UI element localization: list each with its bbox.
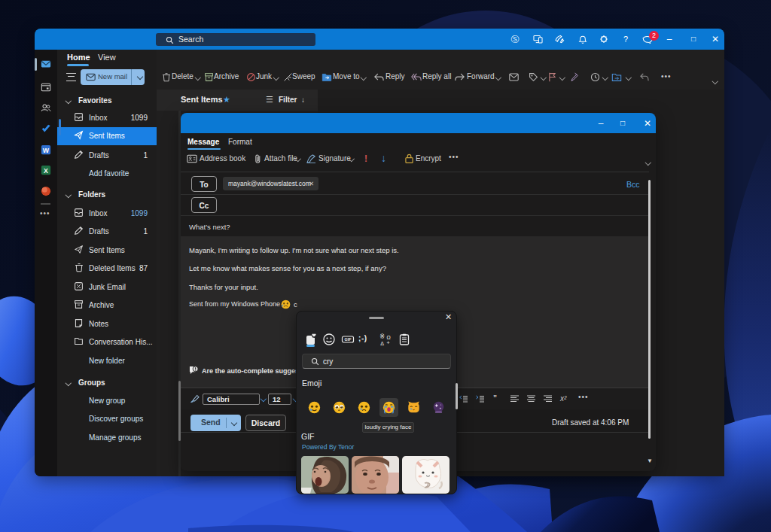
svg-text:+: + — [386, 340, 389, 345]
svg-text:X: X — [44, 167, 48, 175]
svg-text:Ω: Ω — [386, 335, 390, 340]
svg-text:Δ: Δ — [380, 341, 384, 346]
svg-text:W: W — [43, 147, 50, 154]
svg-text:※: ※ — [379, 333, 385, 340]
svg-text:GIF: GIF — [345, 337, 352, 342]
